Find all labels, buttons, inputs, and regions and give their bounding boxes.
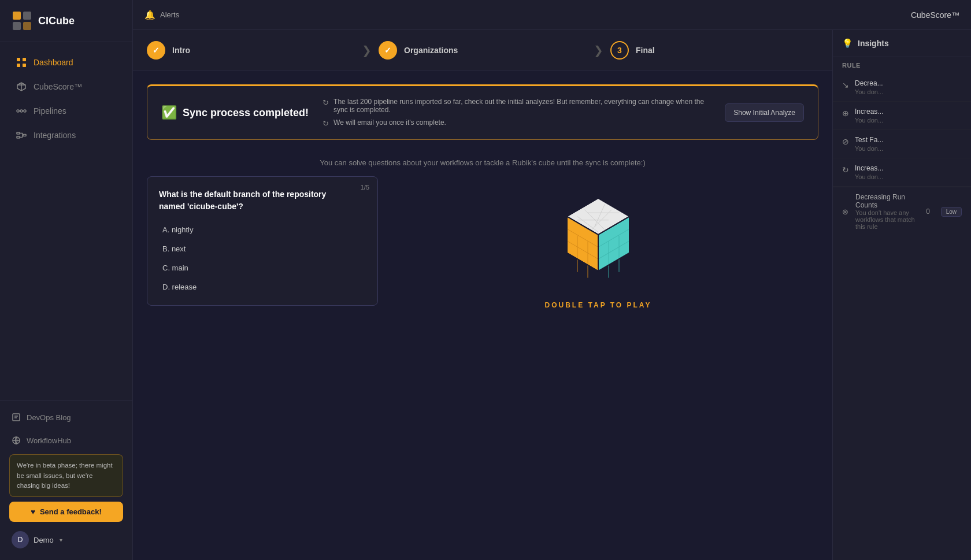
insights-rule-label: Rule <box>833 57 971 73</box>
workflowhub-link[interactable]: WorkflowHub <box>9 431 123 450</box>
quiz-option-a[interactable]: A. nightly <box>159 223 366 236</box>
svg-point-12 <box>24 110 26 112</box>
insight-title-1: Decrea... <box>855 79 962 87</box>
refresh-icon-1: ↻ <box>323 98 329 107</box>
svg-point-11 <box>20 110 23 112</box>
sync-info-text-2: We will email you once it's complete. <box>333 118 446 127</box>
alerts-section: 🔔 Alerts <box>144 10 179 20</box>
sync-info-text-1: The last 200 pipeline runs imported so f… <box>333 98 711 114</box>
quiz-cube-section: 1/5 What is the default branch of the re… <box>147 176 818 321</box>
svg-rect-0 <box>13 12 21 20</box>
step-final: 3 Final <box>610 41 818 60</box>
insight-item-2[interactable]: ⊕ Increas... You don... <box>833 102 971 130</box>
sync-card: ✅ Sync process completed! ↻ The last 200… <box>147 84 818 140</box>
devops-blog-link[interactable]: DevOps Blog <box>9 408 123 427</box>
step-final-badge: 3 <box>610 41 629 60</box>
insight-sub-1: You don... <box>855 88 962 95</box>
insight-title-4: Increas... <box>855 164 962 172</box>
insight-item-3[interactable]: ⊘ Test Fa... You don... <box>833 130 971 158</box>
slash-circle-icon: ⊘ <box>842 137 849 146</box>
sidebar-item-integrations[interactable]: Integrations <box>5 124 128 146</box>
app-name: CICube <box>38 15 75 27</box>
user-name: Demo <box>34 536 54 544</box>
sync-info-row-1: ↻ The last 200 pipeline runs imported so… <box>323 98 711 114</box>
waiting-text: You can solve questions about your workf… <box>133 149 832 176</box>
bottom-insight-sub: You don't have any workflows that match … <box>855 209 916 230</box>
quiz-question: What is the default branch of the reposi… <box>159 188 366 213</box>
sync-info: ↻ The last 200 pipeline runs imported so… <box>323 98 711 128</box>
topbar: 🔔 Alerts CubeScore™ <box>133 0 971 30</box>
insights-title: Insights <box>858 39 889 48</box>
step-intro-badge: ✓ <box>147 41 165 60</box>
refresh-circle-icon: ↻ <box>842 165 849 175</box>
beta-notice: We're in beta phase; there might be smal… <box>9 454 123 497</box>
quiz-option-b[interactable]: B. next <box>159 242 366 255</box>
svg-rect-6 <box>17 64 20 67</box>
check-circle-icon: ✅ <box>161 105 177 120</box>
quiz-option-c[interactable]: C. main <box>159 261 366 275</box>
devops-blog-label: DevOps Blog <box>27 413 71 422</box>
insight-item-1[interactable]: ↘ Decrea... You don... <box>833 73 971 102</box>
rubiks-cube-graphic <box>546 188 650 292</box>
sidebar-item-pipelines[interactable]: Pipelines <box>5 100 128 122</box>
cubescore-topbar-label: CubeScore™ <box>911 10 959 20</box>
integrations-label: Integrations <box>34 131 76 140</box>
sync-title: Sync process completed! <box>183 107 309 119</box>
heart-icon: ♥ <box>31 507 35 516</box>
svg-rect-2 <box>13 22 21 30</box>
svg-rect-17 <box>23 135 26 136</box>
quiz-option-d[interactable]: D. release <box>159 280 366 294</box>
sidebar-bottom: DevOps Blog WorkflowHub We're in beta ph… <box>0 400 132 560</box>
main-nav: Dashboard CubeScore™ Pipelines <box>0 42 132 400</box>
step-intro: ✓ Intro <box>147 41 355 60</box>
feedback-button[interactable]: ♥ Send a feedback! <box>9 502 123 522</box>
sync-status: ✅ Sync process completed! <box>161 105 309 120</box>
insight-sub-2: You don... <box>855 117 962 124</box>
workflowhub-label: WorkflowHub <box>27 436 71 445</box>
insight-sub-4: You don... <box>855 173 962 180</box>
logo-icon <box>12 10 32 31</box>
logo-area: CICube <box>0 0 132 42</box>
insight-title-2: Increas... <box>855 107 962 116</box>
refresh-icon-2: ↻ <box>323 119 329 128</box>
severity-badge: Low <box>941 207 962 217</box>
book-icon <box>12 413 21 422</box>
pipelines-label: Pipelines <box>34 106 66 116</box>
bulb-icon: 💡 <box>842 38 853 49</box>
sync-info-row-2: ↻ We will email you once it's complete. <box>323 118 711 128</box>
bell-icon: 🔔 <box>144 10 155 20</box>
cube-section[interactable]: DOUBLE TAP TO PLAY <box>378 176 818 321</box>
bottom-insight-bar: ⊗ Decreasing Run Counts You don't have a… <box>833 187 971 236</box>
cube-icon <box>16 81 27 92</box>
svg-rect-7 <box>23 64 26 67</box>
step-org-badge: ✓ <box>379 41 397 60</box>
step-organizations: ✓ Organizations <box>379 41 587 60</box>
step-arrow-2: ❯ <box>594 43 603 57</box>
step-final-label: Final <box>636 46 655 55</box>
chevron-down-icon: ▾ <box>60 537 62 543</box>
sidebar-item-dashboard[interactable]: Dashboard <box>5 51 128 73</box>
cubescore-label: CubeScore™ <box>34 82 82 91</box>
step-intro-label: Intro <box>172 46 190 55</box>
alerts-label: Alerts <box>160 10 179 19</box>
svg-point-10 <box>17 110 19 112</box>
svg-rect-16 <box>17 136 20 138</box>
dashboard-label: Dashboard <box>34 58 73 67</box>
svg-rect-15 <box>17 132 20 134</box>
layers-icon: ⊗ <box>842 207 848 216</box>
grid-icon <box>16 57 27 68</box>
sidebar-item-cubescore[interactable]: CubeScore™ <box>5 76 128 98</box>
plus-circle-icon: ⊕ <box>842 109 849 118</box>
double-tap-label: DOUBLE TAP TO PLAY <box>545 301 652 309</box>
insights-panel: 💡 Insights Rule ↘ Decrea... You don... ⊕… <box>832 30 971 560</box>
svg-rect-23 <box>13 414 20 421</box>
step-arrow-1: ❯ <box>362 43 372 57</box>
main-area: 🔔 Alerts CubeScore™ ✓ Intro ❯ ✓ <box>133 0 971 560</box>
insight-item-4[interactable]: ↻ Increas... You don... <box>833 158 971 187</box>
sidebar: CICube Dashboard CubeScore™ <box>0 0 133 560</box>
show-analyze-button[interactable]: Show Initial Analyze <box>725 103 804 122</box>
quiz-card: 1/5 What is the default branch of the re… <box>147 176 378 306</box>
user-menu[interactable]: D Demo ▾ <box>9 526 123 553</box>
integrations-icon <box>16 130 27 140</box>
bottom-count: 0 <box>922 207 934 216</box>
